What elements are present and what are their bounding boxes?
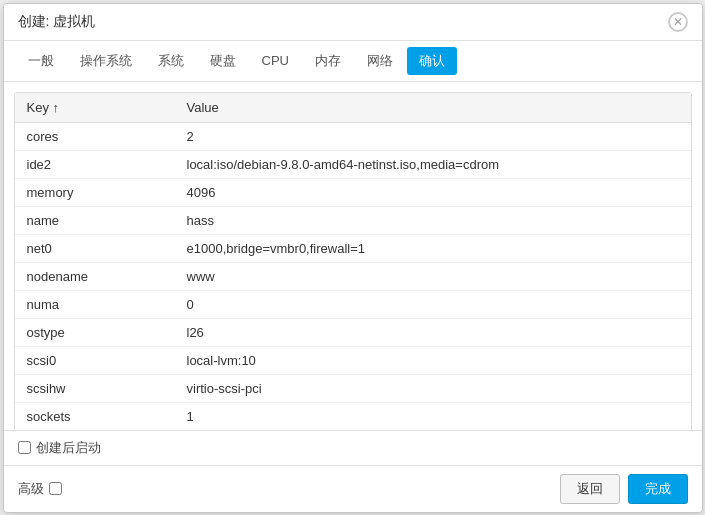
table-row: net0e1000,bridge=vmbr0,firewall=1: [15, 234, 691, 262]
tab-确认[interactable]: 确认: [407, 47, 457, 75]
row-key: cores: [15, 122, 175, 150]
row-key: sockets: [15, 402, 175, 430]
row-key: scsi0: [15, 346, 175, 374]
tab-网络[interactable]: 网络: [355, 47, 405, 75]
table-row: scsihwvirtio-scsi-pci: [15, 374, 691, 402]
row-value: hass: [175, 206, 691, 234]
row-key: numa: [15, 290, 175, 318]
start-after-create-text: 创建后启动: [36, 439, 101, 457]
advanced-label: 高级: [18, 480, 44, 498]
col-key-header: Key ↑: [15, 93, 175, 123]
advanced-checkbox[interactable]: [49, 482, 62, 495]
tab-一般[interactable]: 一般: [16, 47, 66, 75]
table-row: namehass: [15, 206, 691, 234]
bottom-bar: 创建后启动: [4, 430, 702, 465]
start-after-create-label[interactable]: 创建后启动: [18, 439, 101, 457]
row-value: virtio-scsi-pci: [175, 374, 691, 402]
dialog-title: 创建: 虚拟机: [18, 13, 96, 31]
footer-bar: 高级 返回 完成: [4, 465, 702, 512]
table-row: ostypel26: [15, 318, 691, 346]
summary-table-wrap: Key ↑ Value cores2ide2local:iso/debian-9…: [14, 92, 692, 430]
row-value: 1: [175, 402, 691, 430]
content-area: Key ↑ Value cores2ide2local:iso/debian-9…: [4, 82, 702, 430]
tab-硬盘[interactable]: 硬盘: [198, 47, 248, 75]
table-row: ide2local:iso/debian-9.8.0-amd64-netinst…: [15, 150, 691, 178]
summary-table: Key ↑ Value cores2ide2local:iso/debian-9…: [15, 93, 691, 430]
row-value: 0: [175, 290, 691, 318]
tab-内存[interactable]: 内存: [303, 47, 353, 75]
title-bar: 创建: 虚拟机 ✕: [4, 4, 702, 41]
table-row: numa0: [15, 290, 691, 318]
row-key: net0: [15, 234, 175, 262]
table-row: memory4096: [15, 178, 691, 206]
col-value-header: Value: [175, 93, 691, 123]
row-value: local-lvm:10: [175, 346, 691, 374]
tab-系统[interactable]: 系统: [146, 47, 196, 75]
table-row: sockets1: [15, 402, 691, 430]
row-key: nodename: [15, 262, 175, 290]
start-after-create-checkbox[interactable]: [18, 441, 31, 454]
row-key: scsihw: [15, 374, 175, 402]
row-key: ostype: [15, 318, 175, 346]
row-value: 4096: [175, 178, 691, 206]
table-row: nodenamewww: [15, 262, 691, 290]
row-value: www: [175, 262, 691, 290]
finish-button[interactable]: 完成: [628, 474, 688, 504]
back-button[interactable]: 返回: [560, 474, 620, 504]
row-key: memory: [15, 178, 175, 206]
advanced-section: 高级: [18, 480, 62, 498]
row-key: name: [15, 206, 175, 234]
row-value: e1000,bridge=vmbr0,firewall=1: [175, 234, 691, 262]
row-value: l26: [175, 318, 691, 346]
table-row: scsi0local-lvm:10: [15, 346, 691, 374]
close-button[interactable]: ✕: [668, 12, 688, 32]
row-value: 2: [175, 122, 691, 150]
row-key: ide2: [15, 150, 175, 178]
row-value: local:iso/debian-9.8.0-amd64-netinst.iso…: [175, 150, 691, 178]
tab-CPU[interactable]: CPU: [250, 48, 301, 73]
tab-操作系统[interactable]: 操作系统: [68, 47, 144, 75]
tab-bar: 一般操作系统系统硬盘CPU内存网络确认: [4, 41, 702, 82]
table-row: cores2: [15, 122, 691, 150]
dialog-create-vm: 创建: 虚拟机 ✕ 一般操作系统系统硬盘CPU内存网络确认 Key ↑ Valu…: [3, 3, 703, 513]
